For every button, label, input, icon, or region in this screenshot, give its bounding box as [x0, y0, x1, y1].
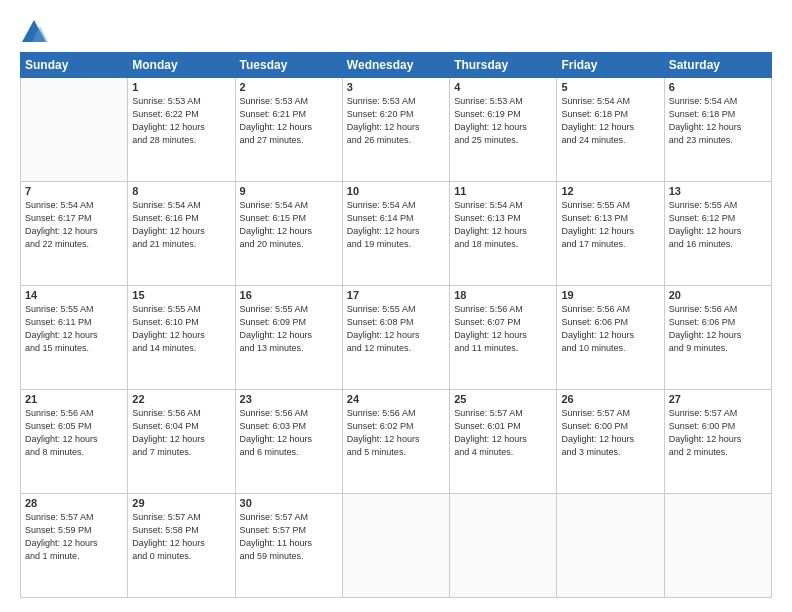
- day-number: 29: [132, 497, 230, 509]
- calendar-cell: [557, 494, 664, 598]
- day-info: Sunrise: 5:57 AM Sunset: 6:01 PM Dayligh…: [454, 407, 552, 459]
- day-number: 8: [132, 185, 230, 197]
- calendar-cell: 1Sunrise: 5:53 AM Sunset: 6:22 PM Daylig…: [128, 78, 235, 182]
- calendar-cell: 2Sunrise: 5:53 AM Sunset: 6:21 PM Daylig…: [235, 78, 342, 182]
- day-info: Sunrise: 5:57 AM Sunset: 5:59 PM Dayligh…: [25, 511, 123, 563]
- day-number: 2: [240, 81, 338, 93]
- day-number: 5: [561, 81, 659, 93]
- col-sunday: Sunday: [21, 53, 128, 78]
- day-number: 15: [132, 289, 230, 301]
- day-info: Sunrise: 5:54 AM Sunset: 6:17 PM Dayligh…: [25, 199, 123, 251]
- calendar-week-row: 28Sunrise: 5:57 AM Sunset: 5:59 PM Dayli…: [21, 494, 772, 598]
- calendar-cell: [664, 494, 771, 598]
- calendar-cell: [450, 494, 557, 598]
- calendar-cell: 3Sunrise: 5:53 AM Sunset: 6:20 PM Daylig…: [342, 78, 449, 182]
- day-info: Sunrise: 5:57 AM Sunset: 6:00 PM Dayligh…: [669, 407, 767, 459]
- day-number: 23: [240, 393, 338, 405]
- day-number: 14: [25, 289, 123, 301]
- day-number: 30: [240, 497, 338, 509]
- calendar-cell: 4Sunrise: 5:53 AM Sunset: 6:19 PM Daylig…: [450, 78, 557, 182]
- col-tuesday: Tuesday: [235, 53, 342, 78]
- calendar-cell: 28Sunrise: 5:57 AM Sunset: 5:59 PM Dayli…: [21, 494, 128, 598]
- calendar-cell: 29Sunrise: 5:57 AM Sunset: 5:58 PM Dayli…: [128, 494, 235, 598]
- day-info: Sunrise: 5:56 AM Sunset: 6:05 PM Dayligh…: [25, 407, 123, 459]
- day-info: Sunrise: 5:54 AM Sunset: 6:18 PM Dayligh…: [561, 95, 659, 147]
- calendar-cell: 17Sunrise: 5:55 AM Sunset: 6:08 PM Dayli…: [342, 286, 449, 390]
- day-number: 13: [669, 185, 767, 197]
- day-info: Sunrise: 5:54 AM Sunset: 6:15 PM Dayligh…: [240, 199, 338, 251]
- calendar-week-row: 1Sunrise: 5:53 AM Sunset: 6:22 PM Daylig…: [21, 78, 772, 182]
- calendar-cell: 10Sunrise: 5:54 AM Sunset: 6:14 PM Dayli…: [342, 182, 449, 286]
- calendar-cell: [342, 494, 449, 598]
- calendar-cell: 18Sunrise: 5:56 AM Sunset: 6:07 PM Dayli…: [450, 286, 557, 390]
- calendar-cell: 23Sunrise: 5:56 AM Sunset: 6:03 PM Dayli…: [235, 390, 342, 494]
- day-info: Sunrise: 5:53 AM Sunset: 6:20 PM Dayligh…: [347, 95, 445, 147]
- col-wednesday: Wednesday: [342, 53, 449, 78]
- day-number: 28: [25, 497, 123, 509]
- day-number: 25: [454, 393, 552, 405]
- col-thursday: Thursday: [450, 53, 557, 78]
- col-monday: Monday: [128, 53, 235, 78]
- day-number: 19: [561, 289, 659, 301]
- calendar-cell: 25Sunrise: 5:57 AM Sunset: 6:01 PM Dayli…: [450, 390, 557, 494]
- day-info: Sunrise: 5:57 AM Sunset: 6:00 PM Dayligh…: [561, 407, 659, 459]
- day-info: Sunrise: 5:55 AM Sunset: 6:09 PM Dayligh…: [240, 303, 338, 355]
- day-number: 21: [25, 393, 123, 405]
- day-info: Sunrise: 5:55 AM Sunset: 6:11 PM Dayligh…: [25, 303, 123, 355]
- calendar-cell: 21Sunrise: 5:56 AM Sunset: 6:05 PM Dayli…: [21, 390, 128, 494]
- day-number: 20: [669, 289, 767, 301]
- day-number: 27: [669, 393, 767, 405]
- calendar-cell: 7Sunrise: 5:54 AM Sunset: 6:17 PM Daylig…: [21, 182, 128, 286]
- day-number: 17: [347, 289, 445, 301]
- calendar-cell: 8Sunrise: 5:54 AM Sunset: 6:16 PM Daylig…: [128, 182, 235, 286]
- day-info: Sunrise: 5:57 AM Sunset: 5:57 PM Dayligh…: [240, 511, 338, 563]
- day-info: Sunrise: 5:57 AM Sunset: 5:58 PM Dayligh…: [132, 511, 230, 563]
- calendar-cell: 15Sunrise: 5:55 AM Sunset: 6:10 PM Dayli…: [128, 286, 235, 390]
- day-info: Sunrise: 5:54 AM Sunset: 6:13 PM Dayligh…: [454, 199, 552, 251]
- day-info: Sunrise: 5:56 AM Sunset: 6:06 PM Dayligh…: [561, 303, 659, 355]
- calendar-cell: 14Sunrise: 5:55 AM Sunset: 6:11 PM Dayli…: [21, 286, 128, 390]
- day-number: 12: [561, 185, 659, 197]
- page: Sunday Monday Tuesday Wednesday Thursday…: [0, 0, 792, 612]
- calendar-cell: 11Sunrise: 5:54 AM Sunset: 6:13 PM Dayli…: [450, 182, 557, 286]
- day-info: Sunrise: 5:55 AM Sunset: 6:12 PM Dayligh…: [669, 199, 767, 251]
- calendar-cell: 5Sunrise: 5:54 AM Sunset: 6:18 PM Daylig…: [557, 78, 664, 182]
- col-saturday: Saturday: [664, 53, 771, 78]
- day-info: Sunrise: 5:55 AM Sunset: 6:08 PM Dayligh…: [347, 303, 445, 355]
- calendar-cell: 16Sunrise: 5:55 AM Sunset: 6:09 PM Dayli…: [235, 286, 342, 390]
- day-info: Sunrise: 5:54 AM Sunset: 6:16 PM Dayligh…: [132, 199, 230, 251]
- calendar-week-row: 14Sunrise: 5:55 AM Sunset: 6:11 PM Dayli…: [21, 286, 772, 390]
- calendar-table: Sunday Monday Tuesday Wednesday Thursday…: [20, 52, 772, 598]
- day-info: Sunrise: 5:53 AM Sunset: 6:22 PM Dayligh…: [132, 95, 230, 147]
- day-info: Sunrise: 5:55 AM Sunset: 6:13 PM Dayligh…: [561, 199, 659, 251]
- day-number: 18: [454, 289, 552, 301]
- calendar-cell: 19Sunrise: 5:56 AM Sunset: 6:06 PM Dayli…: [557, 286, 664, 390]
- day-info: Sunrise: 5:53 AM Sunset: 6:21 PM Dayligh…: [240, 95, 338, 147]
- calendar-week-row: 7Sunrise: 5:54 AM Sunset: 6:17 PM Daylig…: [21, 182, 772, 286]
- header-row: [20, 18, 772, 46]
- calendar-cell: 27Sunrise: 5:57 AM Sunset: 6:00 PM Dayli…: [664, 390, 771, 494]
- calendar-cell: 9Sunrise: 5:54 AM Sunset: 6:15 PM Daylig…: [235, 182, 342, 286]
- day-number: 1: [132, 81, 230, 93]
- day-number: 6: [669, 81, 767, 93]
- day-number: 22: [132, 393, 230, 405]
- calendar-cell: 12Sunrise: 5:55 AM Sunset: 6:13 PM Dayli…: [557, 182, 664, 286]
- day-number: 11: [454, 185, 552, 197]
- calendar-cell: [21, 78, 128, 182]
- calendar-cell: 13Sunrise: 5:55 AM Sunset: 6:12 PM Dayli…: [664, 182, 771, 286]
- col-friday: Friday: [557, 53, 664, 78]
- day-number: 4: [454, 81, 552, 93]
- day-info: Sunrise: 5:53 AM Sunset: 6:19 PM Dayligh…: [454, 95, 552, 147]
- day-number: 3: [347, 81, 445, 93]
- calendar-cell: 20Sunrise: 5:56 AM Sunset: 6:06 PM Dayli…: [664, 286, 771, 390]
- calendar-header-row: Sunday Monday Tuesday Wednesday Thursday…: [21, 53, 772, 78]
- day-info: Sunrise: 5:56 AM Sunset: 6:06 PM Dayligh…: [669, 303, 767, 355]
- logo-icon: [20, 18, 48, 46]
- day-number: 7: [25, 185, 123, 197]
- logo: [20, 18, 52, 46]
- day-info: Sunrise: 5:56 AM Sunset: 6:04 PM Dayligh…: [132, 407, 230, 459]
- calendar-week-row: 21Sunrise: 5:56 AM Sunset: 6:05 PM Dayli…: [21, 390, 772, 494]
- calendar-cell: 22Sunrise: 5:56 AM Sunset: 6:04 PM Dayli…: [128, 390, 235, 494]
- day-number: 26: [561, 393, 659, 405]
- calendar-cell: 26Sunrise: 5:57 AM Sunset: 6:00 PM Dayli…: [557, 390, 664, 494]
